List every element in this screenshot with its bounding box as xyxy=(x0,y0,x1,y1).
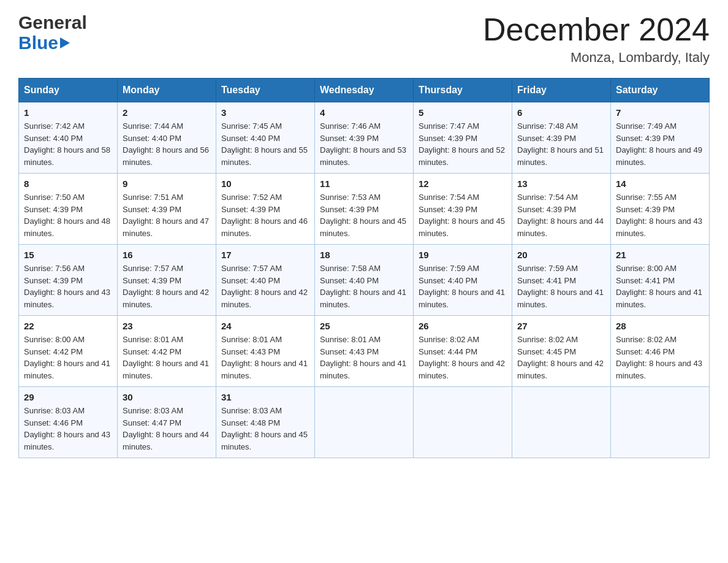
day-info: Sunrise: 8:03 AM Sunset: 4:47 PM Dayligh… xyxy=(123,405,211,453)
day-number: 28 xyxy=(616,321,704,331)
calendar-cell: 24 Sunrise: 8:01 AM Sunset: 4:43 PM Dayl… xyxy=(216,316,315,387)
month-title: December 2024 xyxy=(483,12,710,47)
day-info: Sunrise: 7:52 AM Sunset: 4:39 PM Dayligh… xyxy=(221,191,309,239)
day-info: Sunrise: 7:53 AM Sunset: 4:39 PM Dayligh… xyxy=(320,191,408,239)
calendar-cell: 27 Sunrise: 8:02 AM Sunset: 4:45 PM Dayl… xyxy=(512,316,611,387)
daylight-label: Daylight: 8 hours and 44 minutes. xyxy=(123,430,209,451)
sunrise-label: Sunrise: 7:51 AM xyxy=(123,193,183,202)
calendar-cell xyxy=(414,387,512,458)
col-tuesday: Tuesday xyxy=(216,79,315,102)
sunset-label: Sunset: 4:46 PM xyxy=(24,418,83,427)
day-info: Sunrise: 7:56 AM Sunset: 4:39 PM Dayligh… xyxy=(24,262,112,310)
sunset-label: Sunset: 4:39 PM xyxy=(616,134,675,143)
sunrise-label: Sunrise: 7:58 AM xyxy=(320,264,381,273)
daylight-label: Daylight: 8 hours and 41 minutes. xyxy=(221,359,308,380)
daylight-label: Daylight: 8 hours and 45 minutes. xyxy=(320,216,406,238)
day-number: 27 xyxy=(517,321,605,331)
calendar-cell: 2 Sunrise: 7:44 AM Sunset: 4:40 PM Dayli… xyxy=(118,102,216,174)
daylight-label: Daylight: 8 hours and 41 minutes. xyxy=(24,359,110,380)
calendar-cell: 19 Sunrise: 7:59 AM Sunset: 4:40 PM Dayl… xyxy=(414,245,512,316)
daylight-label: Daylight: 8 hours and 42 minutes. xyxy=(123,288,209,309)
day-info: Sunrise: 7:45 AM Sunset: 4:40 PM Dayligh… xyxy=(221,120,309,168)
sunrise-label: Sunrise: 8:01 AM xyxy=(221,335,282,344)
day-info: Sunrise: 7:54 AM Sunset: 4:39 PM Dayligh… xyxy=(517,191,605,239)
calendar-cell xyxy=(315,387,414,458)
sunrise-label: Sunrise: 8:03 AM xyxy=(24,406,85,415)
sunset-label: Sunset: 4:39 PM xyxy=(24,205,83,214)
day-info: Sunrise: 7:51 AM Sunset: 4:39 PM Dayligh… xyxy=(123,191,211,239)
sunrise-label: Sunrise: 7:45 AM xyxy=(221,121,282,131)
day-number: 10 xyxy=(221,178,309,189)
calendar-cell: 8 Sunrise: 7:50 AM Sunset: 4:39 PM Dayli… xyxy=(19,174,118,245)
sunrise-label: Sunrise: 7:48 AM xyxy=(517,121,578,131)
day-info: Sunrise: 7:58 AM Sunset: 4:40 PM Dayligh… xyxy=(320,262,408,310)
calendar-cell xyxy=(611,387,710,458)
page-header: General Blue December 2024 Monza, Lombar… xyxy=(18,12,710,66)
sunset-label: Sunset: 4:47 PM xyxy=(123,418,181,427)
day-info: Sunrise: 8:02 AM Sunset: 4:45 PM Dayligh… xyxy=(517,334,605,381)
sunset-label: Sunset: 4:43 PM xyxy=(320,347,379,356)
day-info: Sunrise: 7:48 AM Sunset: 4:39 PM Dayligh… xyxy=(517,120,605,168)
day-info: Sunrise: 7:42 AM Sunset: 4:40 PM Dayligh… xyxy=(24,120,112,168)
sunset-label: Sunset: 4:40 PM xyxy=(24,134,83,143)
sunrise-label: Sunrise: 8:02 AM xyxy=(616,335,677,344)
day-info: Sunrise: 7:54 AM Sunset: 4:39 PM Dayligh… xyxy=(419,191,507,239)
calendar-cell: 26 Sunrise: 8:02 AM Sunset: 4:44 PM Dayl… xyxy=(414,316,512,387)
daylight-label: Daylight: 8 hours and 42 minutes. xyxy=(221,288,308,309)
day-info: Sunrise: 7:57 AM Sunset: 4:39 PM Dayligh… xyxy=(123,262,211,310)
sunrise-label: Sunrise: 7:59 AM xyxy=(517,264,578,273)
day-number: 13 xyxy=(517,178,605,189)
sunrise-label: Sunrise: 7:53 AM xyxy=(320,193,381,202)
sunset-label: Sunset: 4:48 PM xyxy=(221,418,280,427)
sunset-label: Sunset: 4:44 PM xyxy=(419,347,477,356)
day-number: 4 xyxy=(320,107,408,118)
day-info: Sunrise: 8:03 AM Sunset: 4:48 PM Dayligh… xyxy=(221,405,309,453)
day-number: 19 xyxy=(419,250,507,260)
sunrise-label: Sunrise: 8:02 AM xyxy=(419,335,479,344)
calendar-cell: 12 Sunrise: 7:54 AM Sunset: 4:39 PM Dayl… xyxy=(414,174,512,245)
daylight-label: Daylight: 8 hours and 45 minutes. xyxy=(419,216,505,238)
daylight-label: Daylight: 8 hours and 42 minutes. xyxy=(419,359,505,380)
sunrise-label: Sunrise: 7:52 AM xyxy=(221,193,282,202)
daylight-label: Daylight: 8 hours and 55 minutes. xyxy=(221,145,308,167)
logo: General Blue xyxy=(18,12,87,53)
sunrise-label: Sunrise: 8:01 AM xyxy=(320,335,381,344)
day-number: 31 xyxy=(221,392,309,402)
sunrise-label: Sunrise: 8:01 AM xyxy=(123,335,183,344)
day-number: 7 xyxy=(616,107,704,118)
sunrise-label: Sunrise: 8:00 AM xyxy=(24,335,85,344)
day-number: 17 xyxy=(221,250,309,260)
sunset-label: Sunset: 4:40 PM xyxy=(123,134,181,143)
daylight-label: Daylight: 8 hours and 46 minutes. xyxy=(221,216,308,238)
title-area: December 2024 Monza, Lombardy, Italy xyxy=(483,12,710,66)
calendar-cell: 25 Sunrise: 8:01 AM Sunset: 4:43 PM Dayl… xyxy=(315,316,414,387)
day-number: 18 xyxy=(320,250,408,260)
calendar-cell xyxy=(512,387,611,458)
daylight-label: Daylight: 8 hours and 58 minutes. xyxy=(24,145,110,167)
day-number: 1 xyxy=(24,107,112,118)
calendar-cell: 1 Sunrise: 7:42 AM Sunset: 4:40 PM Dayli… xyxy=(19,102,118,174)
calendar-week-row: 15 Sunrise: 7:56 AM Sunset: 4:39 PM Dayl… xyxy=(19,245,710,316)
day-info: Sunrise: 7:47 AM Sunset: 4:39 PM Dayligh… xyxy=(419,120,507,168)
day-number: 9 xyxy=(123,178,211,189)
daylight-label: Daylight: 8 hours and 56 minutes. xyxy=(123,145,209,167)
sunrise-label: Sunrise: 7:49 AM xyxy=(616,121,677,131)
sunset-label: Sunset: 4:42 PM xyxy=(24,347,83,356)
daylight-label: Daylight: 8 hours and 41 minutes. xyxy=(123,359,209,380)
sunset-label: Sunset: 4:46 PM xyxy=(616,347,675,356)
sunset-label: Sunset: 4:45 PM xyxy=(517,347,576,356)
calendar-week-row: 8 Sunrise: 7:50 AM Sunset: 4:39 PM Dayli… xyxy=(19,174,710,245)
calendar-cell: 16 Sunrise: 7:57 AM Sunset: 4:39 PM Dayl… xyxy=(118,245,216,316)
daylight-label: Daylight: 8 hours and 41 minutes. xyxy=(320,359,406,380)
col-saturday: Saturday xyxy=(611,79,710,102)
calendar-week-row: 29 Sunrise: 8:03 AM Sunset: 4:46 PM Dayl… xyxy=(19,387,710,458)
day-number: 8 xyxy=(24,178,112,189)
daylight-label: Daylight: 8 hours and 41 minutes. xyxy=(320,288,406,309)
day-number: 11 xyxy=(320,178,408,189)
daylight-label: Daylight: 8 hours and 47 minutes. xyxy=(123,216,209,238)
sunset-label: Sunset: 4:39 PM xyxy=(24,276,83,285)
sunset-label: Sunset: 4:39 PM xyxy=(517,205,576,214)
day-info: Sunrise: 8:02 AM Sunset: 4:44 PM Dayligh… xyxy=(419,334,507,381)
sunset-label: Sunset: 4:42 PM xyxy=(123,347,181,356)
calendar-cell: 21 Sunrise: 8:00 AM Sunset: 4:41 PM Dayl… xyxy=(611,245,710,316)
